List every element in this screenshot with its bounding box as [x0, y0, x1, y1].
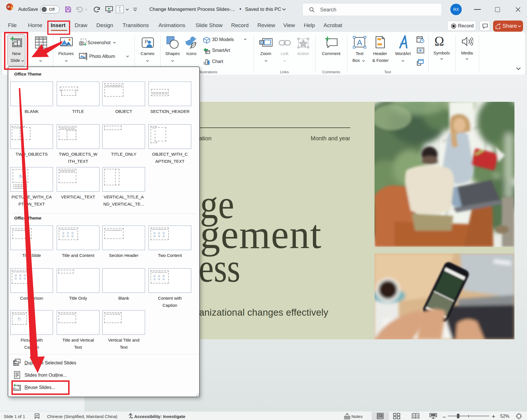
svg-text:A: A	[357, 38, 362, 47]
svg-text:P: P	[145, 39, 148, 44]
